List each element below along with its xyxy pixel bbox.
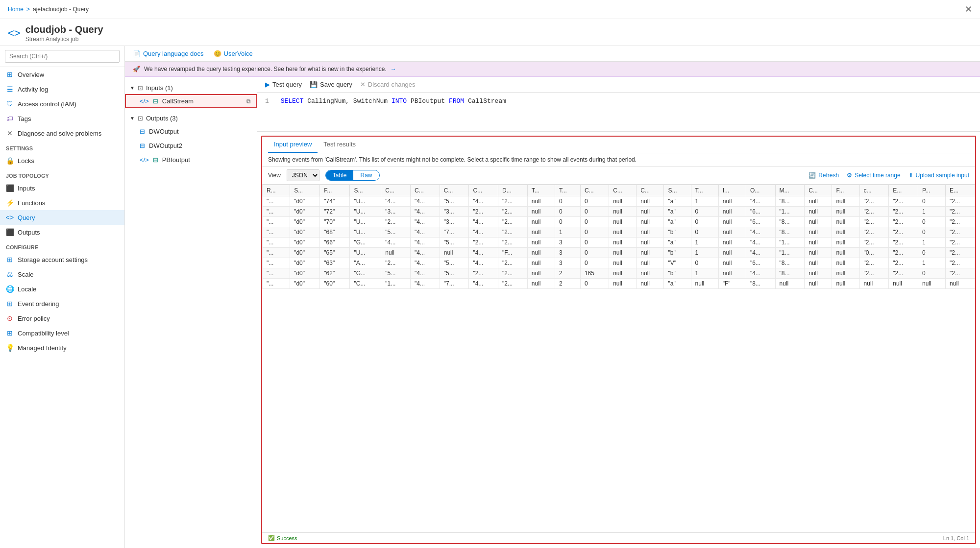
table-column-header: I... — [718, 185, 746, 196]
tab-test-results[interactable]: Test results — [318, 137, 362, 153]
table-cell: null — [775, 279, 805, 289]
upload-sample-button[interactable]: ⬆ Upload sample input — [908, 172, 969, 179]
test-query-button[interactable]: ▶ Test query — [265, 81, 302, 88]
table-cell: "5... — [440, 268, 469, 279]
view-select[interactable]: JSON — [287, 169, 319, 181]
table-cell: 0 — [580, 248, 609, 258]
refresh-button[interactable]: 🔄 Refresh — [808, 172, 839, 179]
table-row: "..."d0""62""G..."5..."4..."5..."2..."2.… — [263, 268, 975, 279]
sidebar-label-error-policy: Error policy — [18, 315, 50, 322]
table-cell: "4... — [411, 207, 440, 217]
save-query-button[interactable]: 💾 Save query — [310, 81, 352, 88]
copy-icon[interactable]: ⧉ — [246, 98, 251, 105]
banner-arrow[interactable]: → — [391, 66, 396, 72]
pbioutput-label: PBIoutput — [162, 156, 190, 164]
docs-button[interactable]: 📄 Query language docs — [133, 50, 204, 57]
table-cell: 1 — [691, 196, 718, 207]
sidebar-item-diagnose[interactable]: ✕ Diagnose and solve problems — [0, 126, 124, 141]
close-button[interactable]: ✕ — [965, 4, 972, 15]
sidebar-item-scale[interactable]: ⚖ Scale — [0, 267, 124, 282]
pbioutput-item[interactable]: </> ⊟ PBIoutput — [125, 153, 257, 167]
table-cell: "... — [263, 279, 290, 289]
dwoutput-item[interactable]: ⊟ DWOutput — [125, 124, 257, 139]
query-editor[interactable]: 1 SELECT CallingNum, SwitchNum INTO PBIo… — [257, 93, 980, 132]
sidebar-item-managed-identity[interactable]: 💡 Managed Identity — [0, 340, 124, 355]
sidebar-scroll: ⊞ Overview ☰ Activity log 🛡 Access contr… — [0, 67, 124, 548]
sidebar-item-tags[interactable]: 🏷 Tags — [0, 111, 124, 126]
table-cell: "4... — [469, 217, 498, 227]
tab-input-preview[interactable]: Input preview — [268, 137, 318, 153]
save-icon: 💾 — [310, 81, 318, 88]
table-cell: null — [832, 258, 859, 268]
table-cell: "2... — [381, 217, 411, 227]
title-row: <> cloudjob - Query Stream Analytics job — [0, 19, 980, 46]
table-cell: "a" — [664, 196, 691, 207]
inputs-header[interactable]: ▼ ⊡ Inputs (1) — [125, 82, 257, 94]
table-column-header: C... — [411, 185, 440, 196]
table-column-header: R... — [263, 185, 290, 196]
breadcrumb-home[interactable]: Home — [8, 6, 24, 13]
sidebar-item-locale[interactable]: 🌐 Locale — [0, 282, 124, 296]
title-text: cloudjob - Query Stream Analytics job — [25, 24, 103, 43]
table-cell: null — [609, 258, 637, 268]
table-cell: "4... — [746, 227, 775, 238]
table-cell: "... — [263, 248, 290, 258]
table-cell: "2... — [498, 268, 528, 279]
table-cell: 0 — [580, 196, 609, 207]
sidebar-label-locale: Locale — [18, 286, 36, 293]
table-cell: "2... — [946, 227, 975, 238]
table-cell: null — [832, 217, 859, 227]
sidebar-label-managed-identity: Managed Identity — [18, 344, 67, 352]
table-cell: "A... — [350, 258, 381, 268]
sidebar-item-locks[interactable]: 🔒 Locks — [0, 153, 124, 168]
sidebar-item-compatibility[interactable]: ⊞ Compatibility level — [0, 326, 124, 340]
sidebar-item-event-ordering[interactable]: ⊞ Event ordering — [0, 296, 124, 311]
data-table-container[interactable]: R...S...F...S...C...C...C...C...D...T...… — [262, 185, 975, 532]
table-cell: null — [889, 279, 918, 289]
docs-icon: 📄 — [133, 50, 141, 57]
table-cell: "G... — [350, 238, 381, 248]
table-toggle[interactable]: Table — [326, 170, 354, 180]
callstream-item[interactable]: </> ⊟ CallStream ⧉ — [125, 94, 257, 108]
table-cell: "8... — [775, 217, 805, 227]
sidebar-item-overview[interactable]: ⊞ Overview — [0, 67, 124, 82]
uservoice-button[interactable]: 😊 UserVoice — [214, 50, 253, 57]
search-input[interactable] — [5, 50, 120, 63]
sidebar-item-outputs[interactable]: ⬛ Outputs — [0, 225, 124, 239]
discard-changes-button[interactable]: ✕ Discard changes — [360, 81, 416, 88]
table-cell: null — [527, 227, 555, 238]
callstream-db-icon: ⊟ — [153, 97, 158, 105]
target-table: PBIoutput — [411, 97, 449, 105]
sidebar-item-error-policy[interactable]: ⊙ Error policy — [0, 311, 124, 326]
upload-label: Upload sample input — [916, 172, 969, 179]
info-banner: 🚀 We have revamped the query testing exp… — [125, 62, 980, 77]
results-tabs: Input preview Test results — [262, 137, 975, 153]
table-cell: null — [832, 268, 859, 279]
table-cell: null — [946, 279, 975, 289]
select-time-range-button[interactable]: ⚙ Select time range — [847, 172, 900, 179]
raw-toggle[interactable]: Raw — [353, 170, 379, 180]
table-cell: 3 — [555, 238, 580, 248]
table-column-header: F... — [832, 185, 859, 196]
compatibility-icon: ⊞ — [6, 329, 14, 337]
sidebar-item-inputs[interactable]: ⬛ Inputs — [0, 181, 124, 195]
status-bar: ✅ Success Ln 1, Col 1 — [262, 532, 975, 543]
table-cell: 3 — [555, 248, 580, 258]
sidebar-item-storage[interactable]: ⊞ Storage account settings — [0, 252, 124, 267]
sidebar-item-query[interactable]: <> Query — [0, 210, 124, 225]
table-cell: 1 — [691, 238, 718, 248]
table-cell: 2 — [555, 279, 580, 289]
sidebar-item-functions[interactable]: ⚡ Functions — [0, 195, 124, 210]
dwoutput2-item[interactable]: ⊟ DWOutput2 — [125, 139, 257, 153]
table-cell: "4... — [746, 238, 775, 248]
sidebar-item-activity-log[interactable]: ☰ Activity log — [0, 82, 124, 96]
table-cell: "2... — [946, 217, 975, 227]
table-cell: null — [718, 207, 746, 217]
sidebar-label-compatibility: Compatibility level — [18, 330, 69, 337]
sidebar-label-functions: Functions — [18, 199, 45, 207]
table-cell: 1 — [918, 238, 945, 248]
table-column-header: T... — [555, 185, 580, 196]
outputs-header[interactable]: ▼ ⊡ Outputs (3) — [125, 112, 257, 124]
sidebar-item-access-control[interactable]: 🛡 Access control (IAM) — [0, 96, 124, 111]
table-cell: "2... — [889, 238, 918, 248]
